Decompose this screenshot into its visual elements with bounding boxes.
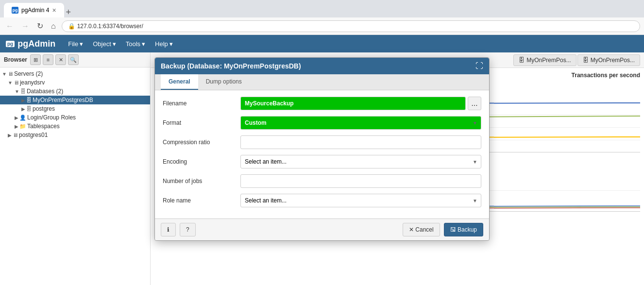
- sidebar-tree: 🖥 Servers (2) 🖥 jeanydsrv 🗄 Databases (2…: [0, 67, 150, 285]
- filename-row: Filename …: [163, 96, 481, 111]
- extra-tab-1[interactable]: 🗄 MyOnPremPos...: [513, 54, 576, 66]
- filename-label: Filename: [163, 100, 240, 107]
- browse-button[interactable]: …: [468, 97, 481, 110]
- chevron-postgres01: [8, 133, 12, 138]
- role-label: Role name: [163, 197, 240, 204]
- back-button[interactable]: ←: [4, 21, 16, 32]
- tab-favicon: pg: [12, 7, 18, 14]
- lock-icon: 🔒: [68, 23, 75, 30]
- compression-row: Compression ratio: [163, 135, 481, 150]
- servers-icon: 🖥: [8, 71, 13, 77]
- chevron-postgres: [21, 106, 25, 112]
- databases-icon: 🗄: [20, 88, 26, 94]
- sidebar-delete-button[interactable]: ✕: [55, 54, 66, 65]
- modal-tab-general[interactable]: General: [161, 74, 198, 90]
- format-label: Format: [163, 119, 240, 126]
- menu-tools[interactable]: Tools ▾: [121, 37, 150, 50]
- format-select[interactable]: Custom Tar Plain Directory: [240, 116, 481, 130]
- tree-item-postgres01[interactable]: 🖥 postgres01: [0, 131, 150, 139]
- tree-item-databases[interactable]: 🗄 Databases (2): [0, 87, 150, 96]
- reload-button[interactable]: ↻: [35, 20, 45, 32]
- app-header: pg pgAdmin File ▾ Object ▾ Tools ▾ Help …: [0, 35, 644, 52]
- tree-item-myonprem[interactable]: 🗄 MyOnPremPostgresDB: [0, 96, 150, 104]
- chevron-jeanydsrv: [8, 80, 13, 85]
- chevron-tablespaces: [15, 124, 18, 129]
- modal-tab-dump[interactable]: Dump options: [198, 74, 250, 90]
- sidebar-list-button[interactable]: ≡: [43, 54, 53, 65]
- cancel-button[interactable]: ✕ Cancel: [403, 223, 440, 236]
- compression-label: Compression ratio: [163, 139, 240, 146]
- compression-input[interactable]: [240, 135, 481, 149]
- backup-modal: Backup (Database: MyOnPremPostgresDB) ⛶ …: [154, 57, 490, 241]
- encoding-label: Encoding: [163, 158, 240, 165]
- encoding-row: Encoding Select an item... ▼: [163, 154, 481, 169]
- address-bar[interactable]: 🔒 127.0.0.1:63374/browser/: [62, 20, 640, 32]
- encoding-control: Select an item... ▼: [240, 155, 481, 168]
- modal-tabs: General Dump options: [155, 74, 489, 90]
- role-row: Role name Select an item... ▼: [163, 193, 481, 208]
- sidebar-search-button[interactable]: 🔍: [68, 54, 79, 65]
- modal-title: Backup (Database: MyOnPremPostgresDB): [161, 62, 301, 70]
- home-button[interactable]: ⌂: [49, 21, 58, 32]
- new-tab-button[interactable]: +: [64, 7, 73, 17]
- sidebar-toolbar: Browser ⊞ ≡ ✕ 🔍: [0, 52, 150, 67]
- tree-item-postgres[interactable]: 🗄 postgres: [0, 104, 150, 113]
- tab-close-button[interactable]: ×: [52, 7, 56, 14]
- footer-left: ℹ ?: [161, 223, 196, 236]
- db-icon-1: 🗄: [519, 57, 525, 64]
- modal-header: Backup (Database: MyOnPremPostgresDB) ⛶: [155, 58, 489, 74]
- postgres-icon: 🗄: [26, 106, 32, 112]
- tree-item-tablespaces[interactable]: 📁 Tablespaces: [0, 122, 150, 131]
- server01-icon: 🖥: [13, 132, 18, 138]
- format-control: Custom Tar Plain Directory ▼: [240, 116, 481, 130]
- format-row: Format Custom Tar Plain Directory ▼: [163, 116, 481, 130]
- tablespaces-icon: 📁: [19, 123, 26, 130]
- address-text: 127.0.0.1:63374/browser/: [77, 23, 634, 30]
- tree-item-servers[interactable]: 🖥 Servers (2): [0, 69, 150, 78]
- chevron-databases: [15, 89, 19, 94]
- browser-tab[interactable]: pg pgAdmin 4 ×: [4, 3, 64, 17]
- jobs-label: Number of jobs: [163, 178, 240, 184]
- extra-tab-2[interactable]: 🗄 MyOnPremPos...: [577, 54, 640, 66]
- jobs-row: Number of jobs: [163, 174, 481, 188]
- compression-control: [240, 135, 481, 149]
- menu-object[interactable]: Object ▾: [88, 37, 121, 50]
- modal-body: Filename … Format Custom Tar Plain Direc…: [155, 90, 489, 218]
- footer-right: ✕ Cancel 🖫 Backup: [403, 223, 483, 236]
- modal-footer: ℹ ? ✕ Cancel 🖫 Backup: [155, 218, 489, 240]
- roles-icon: 👤: [19, 115, 26, 121]
- tab-label: pgAdmin 4: [21, 7, 49, 14]
- menu-file[interactable]: File ▾: [63, 37, 88, 50]
- sidebar: Browser ⊞ ≡ ✕ 🔍 🖥 Servers (2) 🖥 jeanydsr…: [0, 52, 151, 285]
- chevron-servers: [2, 71, 7, 77]
- encoding-select[interactable]: Select an item...: [240, 155, 481, 168]
- chevron-login: [15, 115, 18, 120]
- jobs-control: [240, 174, 481, 188]
- db-icon: 🗄: [26, 97, 32, 103]
- app-menu: File ▾ Object ▾ Tools ▾ Help ▾: [63, 37, 178, 50]
- browser-label: Browser: [3, 54, 28, 65]
- extra-tabs: 🗄 MyOnPremPos... 🗄 MyOnPremPos...: [513, 54, 640, 66]
- filename-input[interactable]: [240, 97, 466, 110]
- logo-box: pg: [6, 41, 15, 47]
- sidebar-grid-button[interactable]: ⊞: [30, 54, 41, 65]
- app-logo: pg pgAdmin: [6, 39, 55, 49]
- server-icon: 🖥: [14, 80, 19, 85]
- backup-button[interactable]: 🖫 Backup: [444, 223, 483, 236]
- chevron-myonprem: [21, 98, 25, 103]
- db-icon-2: 🗄: [583, 57, 589, 64]
- role-select[interactable]: Select an item...: [240, 194, 481, 207]
- logo-text: pgAdmin: [17, 39, 55, 49]
- menu-help[interactable]: Help ▾: [150, 37, 178, 50]
- forward-button[interactable]: →: [19, 21, 31, 32]
- jobs-input[interactable]: [240, 174, 481, 188]
- info-button[interactable]: ℹ: [161, 223, 176, 236]
- modal-expand-button[interactable]: ⛶: [475, 62, 483, 70]
- help-button[interactable]: ?: [180, 223, 196, 236]
- role-control: Select an item... ▼: [240, 194, 481, 207]
- transactions-title: Transactions per second: [572, 72, 640, 79]
- filename-control: …: [240, 97, 481, 110]
- tree-item-jeanydsrv[interactable]: 🖥 jeanydsrv: [0, 78, 150, 87]
- tree-item-login-roles[interactable]: 👤 Login/Group Roles: [0, 113, 150, 122]
